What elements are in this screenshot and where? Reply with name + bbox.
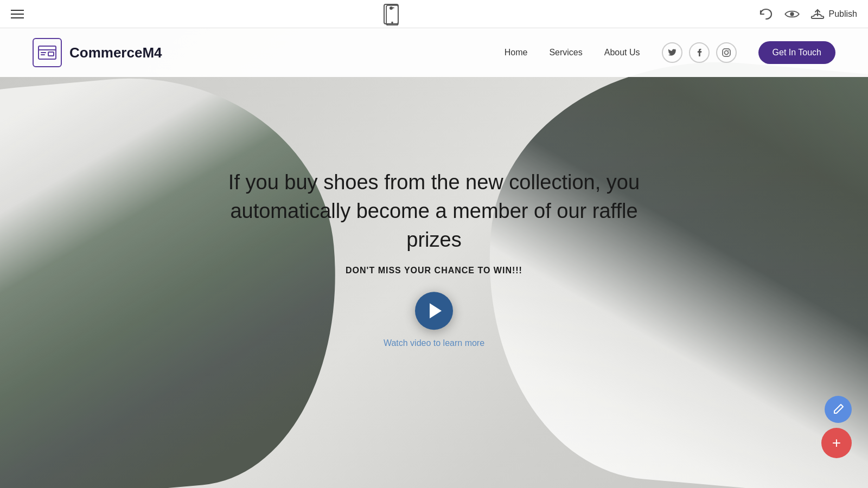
website-preview: CommerceM4 Home Services About Us (0, 28, 868, 488)
nav-link-services[interactable]: Services (549, 48, 582, 57)
svg-point-10 (724, 51, 728, 55)
svg-point-2 (391, 21, 393, 23)
instagram-button[interactable] (716, 42, 737, 63)
play-icon (430, 303, 442, 318)
toolbar-left (11, 10, 24, 18)
mobile-preview-button[interactable] (384, 4, 399, 24)
site-navbar: CommerceM4 Home Services About Us (0, 28, 868, 77)
hero-subtitle: DON'T MISS YOUR CHANCE TO WIN!!! (217, 266, 651, 275)
nav-social (662, 42, 737, 63)
svg-rect-7 (41, 54, 45, 55)
svg-rect-8 (48, 52, 54, 56)
logo-text: CommerceM4 (69, 44, 162, 61)
hero-content: If you buy shoes from the new collection… (217, 168, 651, 348)
nav-link-home[interactable]: Home (505, 48, 528, 57)
twitter-button[interactable] (662, 42, 682, 63)
toolbar-right: Publish (758, 8, 857, 21)
svg-rect-9 (723, 49, 730, 56)
facebook-button[interactable] (689, 42, 710, 63)
hamburger-menu-icon[interactable] (11, 10, 24, 18)
preview-icon[interactable] (784, 9, 800, 20)
hero-title: If you buy shoes from the new collection… (217, 168, 651, 255)
svg-rect-6 (41, 52, 46, 53)
site-logo: CommerceM4 (33, 38, 162, 67)
publish-button[interactable]: Publish (810, 8, 857, 20)
watch-video-link[interactable]: Watch video to learn more (384, 338, 484, 348)
publish-label: Publish (829, 9, 857, 19)
site-nav: Home Services About Us (505, 41, 835, 64)
logo-icon (33, 38, 62, 67)
editor-toolbar: Publish (0, 0, 868, 28)
fab-add-button[interactable]: + (821, 428, 852, 458)
fab-edit-button[interactable] (825, 396, 852, 423)
cta-button[interactable]: Get In Touch (758, 41, 835, 64)
svg-point-3 (790, 12, 794, 16)
nav-link-about[interactable]: About Us (604, 48, 640, 57)
video-player: Watch video to learn more (217, 292, 651, 348)
play-button[interactable] (415, 292, 453, 330)
add-icon: + (832, 434, 841, 452)
toolbar-center (384, 4, 399, 24)
svg-point-11 (728, 50, 729, 51)
undo-icon[interactable] (758, 8, 774, 21)
